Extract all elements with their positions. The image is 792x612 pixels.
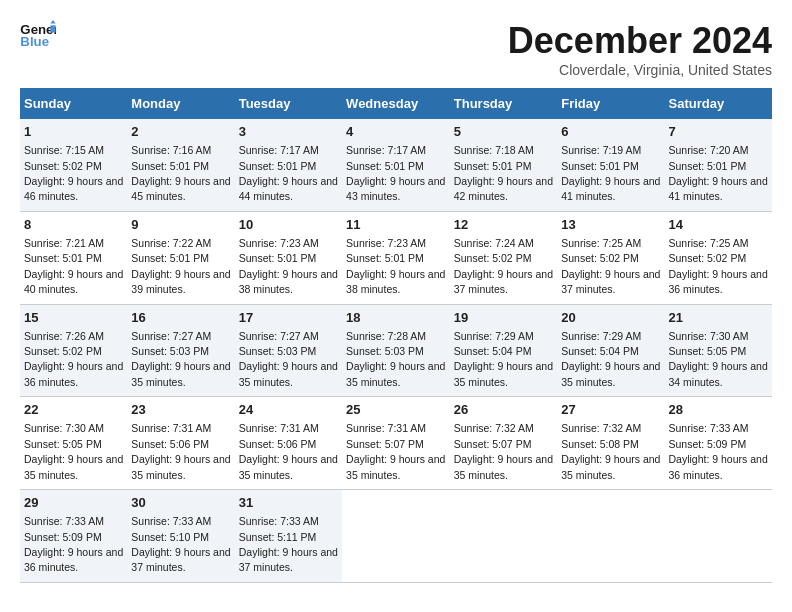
day-info: Sunrise: 7:31 AMSunset: 5:06 PMDaylight:… <box>239 422 338 480</box>
table-row: 10Sunrise: 7:23 AMSunset: 5:01 PMDayligh… <box>235 211 342 304</box>
day-number: 24 <box>239 401 338 419</box>
day-info: Sunrise: 7:31 AMSunset: 5:07 PMDaylight:… <box>346 422 445 480</box>
table-row: 5Sunrise: 7:18 AMSunset: 5:01 PMDaylight… <box>450 119 557 211</box>
day-info: Sunrise: 7:33 AMSunset: 5:09 PMDaylight:… <box>669 422 768 480</box>
page-header: General Blue December 2024 Cloverdale, V… <box>20 20 772 78</box>
table-row: 20Sunrise: 7:29 AMSunset: 5:04 PMDayligh… <box>557 304 664 397</box>
table-row: 14Sunrise: 7:25 AMSunset: 5:02 PMDayligh… <box>665 211 773 304</box>
day-info: Sunrise: 7:22 AMSunset: 5:01 PMDaylight:… <box>131 237 230 295</box>
table-row: 16Sunrise: 7:27 AMSunset: 5:03 PMDayligh… <box>127 304 234 397</box>
day-number: 18 <box>346 309 446 327</box>
day-number: 15 <box>24 309 123 327</box>
day-number: 25 <box>346 401 446 419</box>
day-info: Sunrise: 7:24 AMSunset: 5:02 PMDaylight:… <box>454 237 553 295</box>
day-number: 17 <box>239 309 338 327</box>
header-wednesday: Wednesday <box>342 88 450 119</box>
table-row: 13Sunrise: 7:25 AMSunset: 5:02 PMDayligh… <box>557 211 664 304</box>
day-info: Sunrise: 7:15 AMSunset: 5:02 PMDaylight:… <box>24 144 123 202</box>
day-info: Sunrise: 7:32 AMSunset: 5:08 PMDaylight:… <box>561 422 660 480</box>
table-row: 7Sunrise: 7:20 AMSunset: 5:01 PMDaylight… <box>665 119 773 211</box>
table-row: 22Sunrise: 7:30 AMSunset: 5:05 PMDayligh… <box>20 397 127 490</box>
table-row: 1Sunrise: 7:15 AMSunset: 5:02 PMDaylight… <box>20 119 127 211</box>
table-row: 19Sunrise: 7:29 AMSunset: 5:04 PMDayligh… <box>450 304 557 397</box>
table-row <box>557 490 664 583</box>
table-row <box>342 490 450 583</box>
day-info: Sunrise: 7:25 AMSunset: 5:02 PMDaylight:… <box>561 237 660 295</box>
calendar-week-3: 15Sunrise: 7:26 AMSunset: 5:02 PMDayligh… <box>20 304 772 397</box>
calendar-week-4: 22Sunrise: 7:30 AMSunset: 5:05 PMDayligh… <box>20 397 772 490</box>
day-number: 13 <box>561 216 660 234</box>
table-row: 24Sunrise: 7:31 AMSunset: 5:06 PMDayligh… <box>235 397 342 490</box>
day-number: 5 <box>454 123 553 141</box>
day-info: Sunrise: 7:26 AMSunset: 5:02 PMDaylight:… <box>24 330 123 388</box>
title-area: December 2024 Cloverdale, Virginia, Unit… <box>508 20 772 78</box>
day-number: 9 <box>131 216 230 234</box>
day-info: Sunrise: 7:21 AMSunset: 5:01 PMDaylight:… <box>24 237 123 295</box>
day-number: 20 <box>561 309 660 327</box>
table-row <box>450 490 557 583</box>
day-number: 11 <box>346 216 446 234</box>
header-tuesday: Tuesday <box>235 88 342 119</box>
table-row: 12Sunrise: 7:24 AMSunset: 5:02 PMDayligh… <box>450 211 557 304</box>
day-number: 1 <box>24 123 123 141</box>
table-row: 11Sunrise: 7:23 AMSunset: 5:01 PMDayligh… <box>342 211 450 304</box>
table-row: 6Sunrise: 7:19 AMSunset: 5:01 PMDaylight… <box>557 119 664 211</box>
day-info: Sunrise: 7:17 AMSunset: 5:01 PMDaylight:… <box>239 144 338 202</box>
header-monday: Monday <box>127 88 234 119</box>
table-row: 15Sunrise: 7:26 AMSunset: 5:02 PMDayligh… <box>20 304 127 397</box>
day-number: 14 <box>669 216 769 234</box>
day-number: 22 <box>24 401 123 419</box>
logo: General Blue <box>20 20 56 50</box>
day-info: Sunrise: 7:32 AMSunset: 5:07 PMDaylight:… <box>454 422 553 480</box>
day-info: Sunrise: 7:16 AMSunset: 5:01 PMDaylight:… <box>131 144 230 202</box>
day-info: Sunrise: 7:20 AMSunset: 5:01 PMDaylight:… <box>669 144 768 202</box>
day-info: Sunrise: 7:23 AMSunset: 5:01 PMDaylight:… <box>239 237 338 295</box>
svg-marker-3 <box>50 25 55 32</box>
day-info: Sunrise: 7:33 AMSunset: 5:10 PMDaylight:… <box>131 515 230 573</box>
table-row: 8Sunrise: 7:21 AMSunset: 5:01 PMDaylight… <box>20 211 127 304</box>
table-row: 18Sunrise: 7:28 AMSunset: 5:03 PMDayligh… <box>342 304 450 397</box>
day-info: Sunrise: 7:31 AMSunset: 5:06 PMDaylight:… <box>131 422 230 480</box>
day-info: Sunrise: 7:30 AMSunset: 5:05 PMDaylight:… <box>24 422 123 480</box>
day-number: 12 <box>454 216 553 234</box>
day-info: Sunrise: 7:19 AMSunset: 5:01 PMDaylight:… <box>561 144 660 202</box>
day-number: 7 <box>669 123 769 141</box>
day-info: Sunrise: 7:33 AMSunset: 5:11 PMDaylight:… <box>239 515 338 573</box>
table-row: 30Sunrise: 7:33 AMSunset: 5:10 PMDayligh… <box>127 490 234 583</box>
day-number: 16 <box>131 309 230 327</box>
day-info: Sunrise: 7:25 AMSunset: 5:02 PMDaylight:… <box>669 237 768 295</box>
day-number: 26 <box>454 401 553 419</box>
calendar-week-2: 8Sunrise: 7:21 AMSunset: 5:01 PMDaylight… <box>20 211 772 304</box>
header-thursday: Thursday <box>450 88 557 119</box>
header-saturday: Saturday <box>665 88 773 119</box>
location: Cloverdale, Virginia, United States <box>508 62 772 78</box>
day-info: Sunrise: 7:18 AMSunset: 5:01 PMDaylight:… <box>454 144 553 202</box>
table-row: 31Sunrise: 7:33 AMSunset: 5:11 PMDayligh… <box>235 490 342 583</box>
calendar-week-1: 1Sunrise: 7:15 AMSunset: 5:02 PMDaylight… <box>20 119 772 211</box>
day-info: Sunrise: 7:28 AMSunset: 5:03 PMDaylight:… <box>346 330 445 388</box>
table-row <box>665 490 773 583</box>
day-number: 21 <box>669 309 769 327</box>
table-row: 3Sunrise: 7:17 AMSunset: 5:01 PMDaylight… <box>235 119 342 211</box>
day-info: Sunrise: 7:27 AMSunset: 5:03 PMDaylight:… <box>239 330 338 388</box>
header-row: Sunday Monday Tuesday Wednesday Thursday… <box>20 88 772 119</box>
day-number: 19 <box>454 309 553 327</box>
table-row: 23Sunrise: 7:31 AMSunset: 5:06 PMDayligh… <box>127 397 234 490</box>
day-info: Sunrise: 7:27 AMSunset: 5:03 PMDaylight:… <box>131 330 230 388</box>
day-number: 31 <box>239 494 338 512</box>
calendar-table: Sunday Monday Tuesday Wednesday Thursday… <box>20 88 772 583</box>
day-number: 8 <box>24 216 123 234</box>
day-number: 29 <box>24 494 123 512</box>
day-number: 27 <box>561 401 660 419</box>
table-row: 29Sunrise: 7:33 AMSunset: 5:09 PMDayligh… <box>20 490 127 583</box>
header-friday: Friday <box>557 88 664 119</box>
table-row: 28Sunrise: 7:33 AMSunset: 5:09 PMDayligh… <box>665 397 773 490</box>
table-row: 4Sunrise: 7:17 AMSunset: 5:01 PMDaylight… <box>342 119 450 211</box>
day-number: 28 <box>669 401 769 419</box>
day-info: Sunrise: 7:30 AMSunset: 5:05 PMDaylight:… <box>669 330 768 388</box>
table-row: 27Sunrise: 7:32 AMSunset: 5:08 PMDayligh… <box>557 397 664 490</box>
month-title: December 2024 <box>508 20 772 62</box>
day-info: Sunrise: 7:33 AMSunset: 5:09 PMDaylight:… <box>24 515 123 573</box>
logo-icon: General Blue <box>20 20 56 50</box>
table-row: 21Sunrise: 7:30 AMSunset: 5:05 PMDayligh… <box>665 304 773 397</box>
